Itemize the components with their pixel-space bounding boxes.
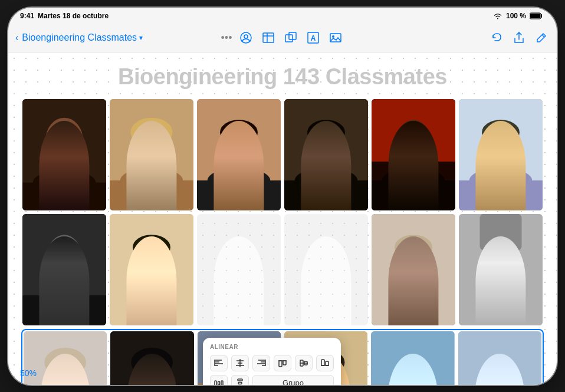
text-icon[interactable]: A: [305, 29, 321, 46]
svg-rect-85: [321, 360, 324, 365]
photo-item[interactable]: [22, 99, 106, 210]
align-center-h-button[interactable]: [231, 355, 249, 371]
svg-point-58: [390, 242, 436, 300]
edit-icon[interactable]: [533, 29, 550, 46]
svg-point-60: [395, 235, 432, 260]
time-display: 9:41: [20, 12, 34, 20]
svg-line-13: [542, 35, 544, 37]
svg-rect-88: [215, 381, 216, 385]
doc-title[interactable]: Bioengineering Classmates ▾: [22, 32, 143, 43]
toolbar-right: [349, 29, 550, 46]
align-popup-title: ALINEAR: [210, 344, 334, 350]
svg-point-20: [129, 127, 175, 185]
svg-rect-41: [372, 180, 455, 210]
svg-point-45: [484, 120, 518, 162]
svg-point-55: [135, 235, 169, 276]
svg-point-35: [295, 167, 358, 193]
svg-point-51: [48, 235, 81, 276]
svg-point-59: [397, 235, 431, 276]
svg-point-110: [129, 363, 175, 385]
svg-rect-4: [263, 33, 274, 42]
svg-point-44: [478, 127, 524, 185]
svg-rect-1: [530, 14, 540, 18]
page-title: Bioengineering 143 Classmates: [8, 52, 557, 99]
share-icon[interactable]: [511, 29, 527, 46]
svg-point-36: [307, 120, 345, 145]
media-icon[interactable]: [327, 29, 344, 46]
svg-point-3: [244, 35, 248, 38]
align-top-button[interactable]: [274, 355, 291, 371]
toolbar: ‹ Bioengineering Classmates ▾ •••: [8, 24, 557, 52]
svg-point-108: [44, 348, 86, 377]
svg-point-23: [120, 167, 183, 193]
undo-icon[interactable]: [488, 29, 505, 46]
zoom-indicator: 50%: [20, 368, 37, 378]
svg-point-18: [33, 170, 96, 195]
svg-rect-89: [218, 381, 220, 385]
svg-point-128: [483, 354, 517, 385]
status-bar: 9:41 Martes 18 de octubre 100 %: [8, 8, 557, 24]
svg-point-50: [41, 242, 87, 300]
photo-item[interactable]: [110, 99, 193, 210]
align-row-1: [210, 355, 334, 371]
svg-point-26: [216, 127, 262, 185]
table-icon[interactable]: [260, 29, 277, 46]
toolbar-left: ‹ Bioengineering Classmates ▾: [15, 32, 216, 43]
align-middle-button[interactable]: [295, 355, 313, 371]
svg-rect-38: [372, 99, 455, 162]
distribute-h-button[interactable]: [210, 375, 228, 385]
battery-display: 100 %: [506, 12, 526, 20]
date-display: Martes 18 de octubre: [38, 12, 109, 20]
battery-icon: [530, 12, 543, 19]
svg-rect-53: [110, 214, 193, 325]
svg-point-16: [45, 117, 83, 163]
photo-item[interactable]: [459, 214, 543, 325]
svg-rect-122: [371, 331, 454, 384]
ipad-device: 9:41 Martes 18 de octubre 100 % ‹ Bioeng…: [8, 8, 557, 385]
svg-rect-46: [459, 180, 543, 210]
svg-point-56: [133, 235, 170, 260]
photo-item[interactable]: [284, 214, 368, 325]
back-button[interactable]: ‹: [15, 32, 18, 43]
photo-item[interactable]: [284, 99, 368, 210]
svg-point-40: [397, 120, 431, 162]
align-right-button[interactable]: [252, 355, 270, 371]
svg-point-39: [390, 127, 436, 185]
svg-point-62: [478, 242, 524, 300]
svg-rect-34: [284, 180, 368, 210]
photo-item[interactable]: [197, 99, 281, 210]
photo-item[interactable]: [110, 214, 193, 325]
align-popup: ALINEAR: [203, 338, 341, 385]
svg-point-106: [42, 363, 88, 385]
photo-item[interactable]: [372, 99, 455, 210]
photo-item[interactable]: [459, 99, 543, 210]
photo-item[interactable]: [371, 331, 454, 384]
photo-item[interactable]: [372, 214, 455, 325]
more-options-dots[interactable]: •••: [221, 32, 232, 44]
wifi-icon: [493, 12, 502, 19]
svg-point-107: [48, 354, 82, 385]
svg-point-124: [396, 354, 430, 385]
svg-point-48: [482, 120, 520, 145]
grupo-button[interactable]: Grupo: [252, 375, 334, 385]
svg-rect-22: [110, 180, 193, 210]
align-bottom-button[interactable]: [316, 355, 334, 371]
photo-row-1: [8, 99, 557, 210]
svg-point-21: [135, 120, 169, 162]
align-row-2: Grupo: [210, 375, 334, 385]
svg-point-27: [222, 120, 256, 162]
svg-rect-91: [238, 379, 242, 381]
distribute-v-button[interactable]: [231, 375, 249, 385]
photo-item[interactable]: [110, 331, 193, 384]
photo-item[interactable]: [458, 331, 541, 384]
photo-item[interactable]: [22, 214, 106, 325]
align-left-button[interactable]: [210, 355, 228, 371]
svg-point-29: [208, 167, 271, 193]
chevron-down-icon: ▾: [139, 34, 143, 42]
svg-point-112: [132, 348, 173, 377]
address-icon[interactable]: [238, 29, 254, 46]
shape-icon[interactable]: [282, 29, 299, 46]
svg-point-24: [131, 117, 173, 147]
svg-point-15: [41, 127, 87, 185]
photo-item[interactable]: [197, 214, 281, 325]
